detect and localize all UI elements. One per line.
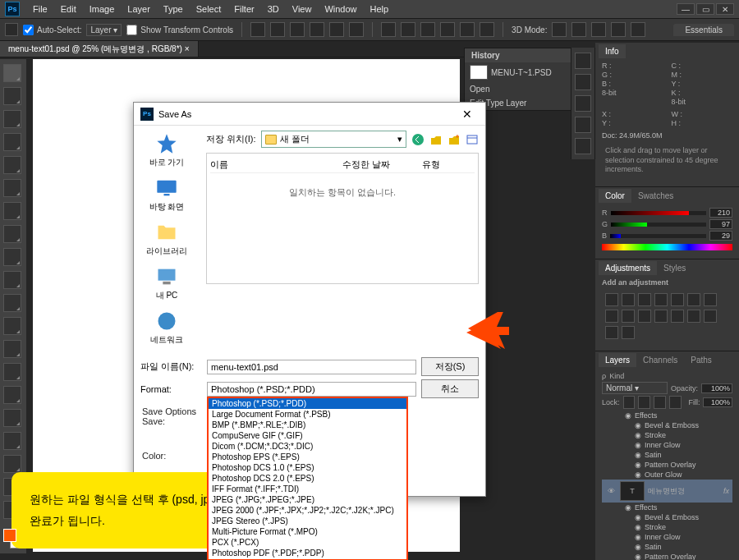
auto-select-checkbox[interactable]: Auto-Select: bbox=[23, 25, 81, 35]
fx-item[interactable]: ◉ Stroke bbox=[602, 430, 732, 440]
workspace-switcher[interactable]: Essentials bbox=[673, 24, 734, 36]
cancel-button[interactable]: 취소 bbox=[421, 379, 479, 398]
place-quickaccess[interactable]: 바로 가기 bbox=[149, 132, 185, 168]
menu-3d[interactable]: 3D bbox=[261, 4, 286, 14]
distribute-icon[interactable] bbox=[381, 22, 396, 37]
healing-tool-icon[interactable] bbox=[3, 202, 21, 220]
align-icon[interactable] bbox=[349, 22, 364, 37]
fx-group[interactable]: ◉ Effects bbox=[602, 503, 732, 512]
distribute-icon[interactable] bbox=[460, 22, 475, 37]
new-folder-icon[interactable] bbox=[448, 133, 461, 146]
blur-tool-icon[interactable] bbox=[3, 340, 21, 358]
g-value[interactable]: 97 bbox=[709, 219, 732, 229]
adjustment-icon[interactable] bbox=[605, 293, 618, 306]
menu-select[interactable]: Select bbox=[190, 4, 228, 14]
adjustment-icon[interactable] bbox=[671, 293, 684, 306]
dock-icon[interactable] bbox=[575, 74, 591, 90]
format-option[interactable]: JPEG 2000 (*.JPF;*.JPX;*.JP2;*.J2C;*.J2K… bbox=[209, 505, 406, 516]
stamp-tool-icon[interactable] bbox=[3, 248, 21, 266]
history-document[interactable]: MENU-T~1.PSD bbox=[465, 62, 574, 82]
place-network[interactable]: 네트워크 bbox=[150, 310, 183, 346]
window-minimize-icon[interactable]: — bbox=[677, 3, 695, 15]
history-brush-tool-icon[interactable] bbox=[3, 271, 21, 289]
window-restore-icon[interactable]: ▭ bbox=[696, 3, 714, 15]
pen-tool-icon[interactable] bbox=[3, 386, 21, 404]
menu-filter[interactable]: Filter bbox=[227, 4, 260, 14]
r-slider[interactable] bbox=[611, 211, 707, 215]
distribute-icon[interactable] bbox=[480, 22, 494, 37]
location-select[interactable]: 새 폴더▾ bbox=[261, 131, 407, 148]
crop-tool-icon[interactable] bbox=[3, 156, 21, 174]
menu-type[interactable]: Type bbox=[157, 4, 190, 14]
lasso-tool-icon[interactable] bbox=[3, 110, 21, 128]
opacity-value[interactable]: 100% bbox=[701, 383, 732, 393]
format-option[interactable]: Large Document Format (*.PSB) bbox=[209, 409, 406, 420]
align-icon[interactable] bbox=[250, 22, 265, 37]
align-icon[interactable] bbox=[270, 22, 285, 37]
path-tool-icon[interactable] bbox=[3, 432, 21, 450]
menu-layer[interactable]: Layer bbox=[121, 4, 157, 14]
adjustment-icon[interactable] bbox=[704, 310, 717, 323]
save-button[interactable]: 저장(S) bbox=[421, 357, 479, 376]
menu-view[interactable]: View bbox=[286, 4, 319, 14]
format-option[interactable]: Multi-Picture Format (*.MPO) bbox=[209, 526, 406, 537]
adjustment-icon[interactable] bbox=[654, 293, 668, 306]
dock-icon[interactable] bbox=[575, 53, 591, 69]
paths-tab[interactable]: Paths bbox=[684, 353, 718, 367]
dock-icon[interactable] bbox=[575, 138, 591, 154]
history-tab[interactable]: History bbox=[465, 48, 574, 62]
place-desktop[interactable]: 바탕 화면 bbox=[149, 177, 185, 213]
color-tab[interactable]: Color bbox=[599, 189, 631, 203]
dialog-close-icon[interactable]: ✕ bbox=[456, 106, 479, 122]
distribute-icon[interactable] bbox=[420, 22, 435, 37]
format-option[interactable]: JPEG (*.JPG;*.JPEG;*.JPE) bbox=[209, 494, 406, 505]
3d-mode-icon[interactable] bbox=[571, 22, 586, 37]
file-list-area[interactable]: 이름 수정한 날짜 유형 일치하는 항목이 없습니다. bbox=[206, 153, 479, 284]
adjustment-icon[interactable] bbox=[622, 326, 635, 339]
adjustment-icon[interactable] bbox=[687, 310, 700, 323]
format-option[interactable]: CompuServe GIF (*.GIF) bbox=[209, 430, 406, 441]
format-option[interactable]: Photoshop PDF (*.PDF;*.PDP) bbox=[209, 548, 406, 558]
3d-mode-icon[interactable] bbox=[611, 22, 626, 37]
fx-item[interactable]: ◉ Bevel & Emboss bbox=[602, 420, 732, 430]
gradient-tool-icon[interactable] bbox=[3, 317, 21, 335]
layer-item[interactable]: 👁 T 메뉴명변경 fx bbox=[602, 480, 732, 503]
distribute-icon[interactable] bbox=[401, 22, 415, 37]
menu-edit[interactable]: Edit bbox=[54, 4, 83, 14]
document-tab[interactable]: menu-text01.psd @ 25% (메뉴명변경 , RGB/8*) × bbox=[0, 41, 199, 57]
lock-icon[interactable] bbox=[654, 396, 666, 409]
magic-wand-tool-icon[interactable] bbox=[3, 133, 21, 151]
styles-tab[interactable]: Styles bbox=[657, 261, 692, 275]
place-thispc[interactable]: 내 PC bbox=[155, 265, 178, 301]
format-option[interactable]: BMP (*.BMP;*.RLE;*.DIB) bbox=[209, 420, 406, 430]
adjustment-icon[interactable] bbox=[687, 293, 700, 306]
fx-item[interactable]: ◉ Bevel & Emboss bbox=[602, 512, 732, 522]
align-icon[interactable] bbox=[310, 22, 324, 37]
fx-item[interactable]: ◉ Stroke bbox=[602, 522, 732, 532]
place-libraries[interactable]: 라이브러리 bbox=[146, 221, 187, 257]
col-type[interactable]: 유형 bbox=[422, 158, 475, 171]
align-icon[interactable] bbox=[290, 22, 305, 37]
eyedropper-tool-icon[interactable] bbox=[3, 179, 21, 197]
format-option[interactable]: JPEG Stereo (*.JPS) bbox=[209, 516, 406, 526]
fx-item[interactable]: ◉ Outer Glow bbox=[602, 470, 732, 480]
shape-tool-icon[interactable] bbox=[3, 455, 21, 473]
b-value[interactable]: 29 bbox=[709, 231, 732, 241]
fx-item[interactable]: ◉ Pattern Overlay bbox=[602, 552, 732, 560]
fx-item[interactable]: ◉ Inner Glow bbox=[602, 440, 732, 450]
fx-item[interactable]: ◉ Inner Glow bbox=[602, 532, 732, 542]
format-option[interactable]: Dicom (*.DCM;*.DC3;*.DIC) bbox=[209, 441, 406, 452]
move-tool-icon[interactable] bbox=[3, 64, 21, 82]
type-tool-icon[interactable] bbox=[3, 409, 21, 427]
3d-mode-icon[interactable] bbox=[591, 22, 606, 37]
adjustment-icon[interactable] bbox=[638, 310, 651, 323]
back-icon[interactable] bbox=[411, 133, 425, 146]
adjustment-icon[interactable] bbox=[605, 326, 618, 339]
format-option[interactable]: IFF Format (*.IFF;*.TDI) bbox=[209, 484, 406, 494]
foreground-color-icon[interactable] bbox=[3, 529, 16, 542]
history-step[interactable]: Open bbox=[465, 82, 574, 96]
layers-tab[interactable]: Layers bbox=[599, 353, 636, 367]
fx-item[interactable]: ◉ Pattern Overlay bbox=[602, 460, 732, 470]
dialog-titlebar[interactable]: Ps Save As ✕ bbox=[134, 103, 485, 126]
channels-tab[interactable]: Channels bbox=[636, 353, 684, 367]
